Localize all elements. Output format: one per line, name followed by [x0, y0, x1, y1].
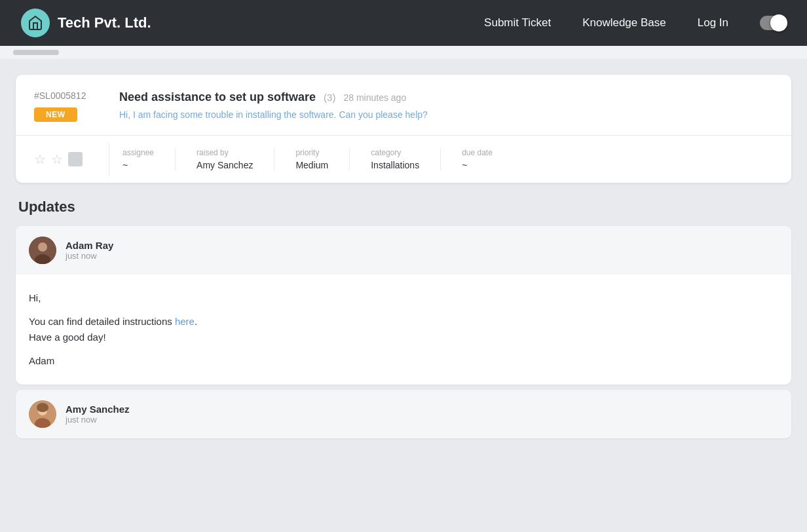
update-body-line-3: Adam	[29, 353, 778, 369]
author-time-adam: just now	[66, 251, 113, 261]
assignee-value: ~	[122, 160, 154, 170]
due-date-value: ~	[462, 160, 493, 170]
due-date-label: due date	[462, 148, 493, 157]
update-card-amy: Amy Sanchez just now	[16, 390, 791, 438]
svg-point-6	[37, 403, 48, 412]
author-name-adam: Adam Ray	[66, 240, 113, 251]
ticket-id-section: #SL0005812 NEW	[34, 90, 106, 122]
priority-value: Medium	[295, 160, 328, 170]
meta-priority: priority Medium	[295, 148, 350, 170]
author-time-amy: just now	[66, 415, 130, 425]
avatar-amy	[29, 400, 56, 428]
brand-name: Tech Pvt. Ltd.	[58, 14, 151, 31]
meta-raised-by: raised by Amy Sanchez	[197, 148, 274, 170]
updates-title: Updates	[16, 199, 791, 216]
avatar-adam	[29, 237, 56, 264]
raised-by-label: raised by	[197, 148, 253, 157]
raised-by-value: Amy Sanchez	[197, 160, 253, 170]
update-author-row-adam: Adam Ray just now	[16, 226, 791, 275]
header-nav: Submit Ticket Knowledge Base Log In	[484, 16, 728, 29]
ticket-info: Need assistance to set up software (3) 2…	[119, 90, 773, 120]
star-icon-2[interactable]: ☆	[51, 151, 63, 167]
author-name-amy: Amy Sanchez	[66, 404, 130, 415]
ticket-count: (3)	[324, 92, 335, 103]
meta-assignee: assignee ~	[122, 148, 176, 170]
ticket-time: 28 minutes ago	[343, 92, 406, 103]
ticket-preview: Hi, I am facing some trouble in installi…	[119, 109, 773, 120]
ticket-title-row: Need assistance to set up software (3) 2…	[119, 90, 773, 104]
update-body-line-2: You can find detailed instructions here.…	[29, 314, 778, 345]
priority-label: priority	[295, 148, 328, 157]
ticket-meta: ☆ ☆ assignee ~ raised by Amy Sanchez pri…	[16, 136, 791, 183]
logo-icon	[21, 9, 50, 37]
meta-divider	[109, 143, 109, 176]
here-link[interactable]: here	[175, 316, 195, 327]
update-body-adam: Hi, You can find detailed instructions h…	[16, 275, 791, 385]
meta-due-date: due date ~	[462, 148, 514, 170]
category-label: category	[371, 148, 419, 157]
scrollbar-thumb[interactable]	[13, 50, 59, 55]
ticket-title: Need assistance to set up software	[119, 90, 316, 104]
nav-submit-ticket[interactable]: Submit Ticket	[484, 16, 551, 29]
svg-point-1	[38, 242, 47, 252]
theme-toggle[interactable]	[760, 16, 786, 30]
assignee-label: assignee	[122, 148, 154, 157]
nav-log-in[interactable]: Log In	[698, 16, 728, 29]
nav-knowledge-base[interactable]: Knowledge Base	[582, 16, 666, 29]
update-card-adam: Adam Ray just now Hi, You can find detai…	[16, 226, 791, 385]
star-icon-1[interactable]: ☆	[34, 151, 46, 167]
ticket-badge-new: NEW	[34, 107, 77, 122]
header-logo: Tech Pvt. Ltd.	[21, 9, 484, 37]
ticket-header: #SL0005812 NEW Need assistance to set up…	[16, 75, 791, 136]
action-box-icon[interactable]	[68, 152, 83, 166]
scrollbar-area	[0, 46, 807, 59]
author-info-adam: Adam Ray just now	[66, 240, 113, 261]
main-content: #SL0005812 NEW Need assistance to set up…	[0, 59, 807, 454]
header: Tech Pvt. Ltd. Submit Ticket Knowledge B…	[0, 0, 807, 46]
ticket-card: #SL0005812 NEW Need assistance to set up…	[16, 75, 791, 183]
update-author-row-amy: Amy Sanchez just now	[16, 390, 791, 438]
header-actions	[760, 16, 786, 30]
toggle-knob	[770, 14, 787, 31]
updates-section: Updates Adam Ray just now Hi, You c	[16, 199, 791, 454]
author-info-amy: Amy Sanchez just now	[66, 404, 130, 425]
update-body-line-1: Hi,	[29, 290, 778, 306]
meta-category: category Installations	[371, 148, 441, 170]
category-value: Installations	[371, 160, 419, 170]
ticket-id: #SL0005812	[34, 90, 86, 101]
ticket-icons: ☆ ☆	[34, 151, 83, 167]
